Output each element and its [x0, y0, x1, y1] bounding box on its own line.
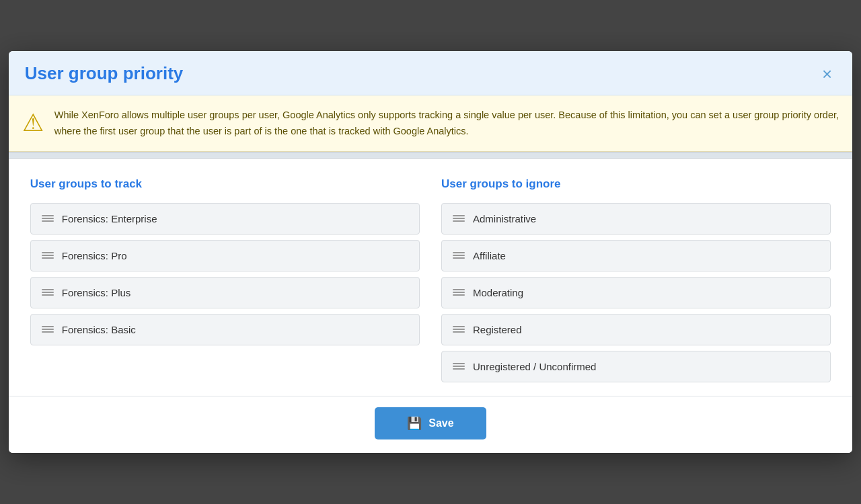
list-item[interactable]: Forensics: Basic [30, 314, 420, 345]
close-button[interactable]: × [818, 64, 836, 84]
item-label: Affiliate [473, 250, 506, 261]
list-item[interactable]: Forensics: Pro [30, 240, 420, 271]
alert-text: While XenForo allows multiple user group… [54, 108, 839, 138]
item-label: Moderating [473, 287, 523, 298]
list-item[interactable]: Administrative [441, 203, 831, 235]
drag-handle-icon [42, 326, 54, 333]
item-label: Registered [473, 324, 522, 335]
drag-handle-icon [453, 363, 465, 370]
ignore-column-title: User groups to ignore [441, 177, 831, 191]
item-label: Administrative [473, 213, 536, 224]
list-item[interactable]: Forensics: Enterprise [30, 203, 420, 235]
item-label: Forensics: Enterprise [62, 213, 157, 224]
item-label: Forensics: Pro [62, 250, 127, 261]
alert-box: ⚠ While XenForo allows multiple user gro… [9, 95, 852, 151]
list-item[interactable]: Moderating [441, 277, 831, 308]
item-label: Forensics: Basic [62, 324, 136, 335]
item-label: Unregistered / Unconfirmed [473, 361, 596, 372]
track-column: User groups to track Forensics: Enterpri… [30, 177, 420, 382]
dialog-footer: 💾 Save [9, 396, 852, 453]
separator [9, 152, 852, 159]
dialog-overlay: User group priority × ⚠ While XenForo al… [0, 0, 861, 504]
drag-handle-icon [42, 289, 54, 296]
ignore-drag-list: Administrative Affiliate Moderating [441, 203, 831, 382]
dialog-header: User group priority × [9, 51, 852, 95]
track-column-title: User groups to track [30, 177, 420, 191]
drag-handle-icon [453, 252, 465, 259]
list-item[interactable]: Affiliate [441, 240, 831, 271]
list-item[interactable]: Unregistered / Unconfirmed [441, 351, 831, 382]
save-button[interactable]: 💾 Save [375, 407, 486, 439]
dialog-title: User group priority [25, 63, 183, 84]
dialog: User group priority × ⚠ While XenForo al… [9, 51, 852, 452]
drag-handle-icon [453, 326, 465, 333]
list-item[interactable]: Forensics: Plus [30, 277, 420, 308]
drag-handle-icon [42, 215, 54, 222]
drag-handle-icon [453, 215, 465, 222]
list-item[interactable]: Registered [441, 314, 831, 345]
drag-handle-icon [453, 289, 465, 296]
warning-icon: ⚠ [22, 109, 44, 137]
columns-area: User groups to track Forensics: Enterpri… [9, 159, 852, 396]
track-drag-list: Forensics: Enterprise Forensics: Pro For… [30, 203, 420, 345]
item-label: Forensics: Plus [62, 287, 131, 298]
ignore-column: User groups to ignore Administrative Aff… [441, 177, 831, 382]
save-icon: 💾 [407, 416, 422, 431]
drag-handle-icon [42, 252, 54, 259]
save-label: Save [428, 417, 453, 429]
